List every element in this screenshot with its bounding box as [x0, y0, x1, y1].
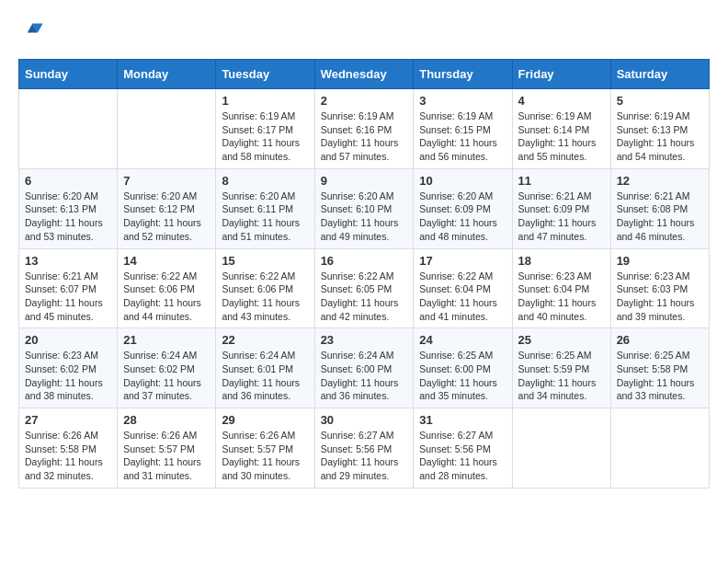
calendar-cell: 28Sunrise: 6:26 AM Sunset: 5:57 PM Dayli… [118, 408, 216, 488]
day-number: 17 [419, 254, 506, 268]
calendar-cell: 26Sunrise: 6:25 AM Sunset: 5:58 PM Dayli… [610, 328, 709, 408]
day-info: Sunrise: 6:25 AM Sunset: 5:59 PM Dayligh… [518, 349, 605, 403]
calendar-week-row: 6Sunrise: 6:20 AM Sunset: 6:13 PM Daylig… [19, 168, 710, 248]
logo [18, 18, 44, 44]
calendar-cell [19, 89, 118, 169]
day-number: 29 [222, 413, 308, 427]
day-number: 18 [518, 254, 605, 268]
day-info: Sunrise: 6:23 AM Sunset: 6:03 PM Dayligh… [617, 270, 703, 324]
day-info: Sunrise: 6:20 AM Sunset: 6:13 PM Dayligh… [25, 190, 111, 244]
calendar-cell: 12Sunrise: 6:21 AM Sunset: 6:08 PM Dayli… [610, 168, 709, 248]
calendar-cell: 19Sunrise: 6:23 AM Sunset: 6:03 PM Dayli… [610, 248, 709, 328]
day-info: Sunrise: 6:19 AM Sunset: 6:17 PM Dayligh… [222, 109, 308, 164]
calendar-cell: 29Sunrise: 6:26 AM Sunset: 5:57 PM Dayli… [216, 408, 314, 488]
day-number: 7 [123, 174, 210, 188]
day-number: 31 [419, 413, 506, 427]
weekday-header-wednesday: Wednesday [314, 60, 414, 89]
calendar-week-row: 13Sunrise: 6:21 AM Sunset: 6:07 PM Dayli… [19, 248, 710, 328]
day-number: 12 [617, 174, 703, 188]
day-number: 1 [222, 94, 308, 108]
day-info: Sunrise: 6:20 AM Sunset: 6:11 PM Dayligh… [222, 190, 308, 244]
day-info: Sunrise: 6:20 AM Sunset: 6:12 PM Dayligh… [123, 190, 210, 244]
day-info: Sunrise: 6:23 AM Sunset: 6:04 PM Dayligh… [518, 270, 605, 324]
day-info: Sunrise: 6:26 AM Sunset: 5:57 PM Dayligh… [123, 429, 210, 483]
weekday-header-friday: Friday [512, 60, 610, 89]
calendar-cell [118, 89, 216, 169]
day-number: 30 [321, 413, 408, 427]
day-info: Sunrise: 6:19 AM Sunset: 6:16 PM Dayligh… [321, 109, 408, 164]
calendar-week-row: 27Sunrise: 6:26 AM Sunset: 5:58 PM Dayli… [19, 408, 710, 488]
weekday-header-sunday: Sunday [19, 60, 118, 89]
calendar-cell: 7Sunrise: 6:20 AM Sunset: 6:12 PM Daylig… [118, 168, 216, 248]
day-number: 15 [222, 254, 308, 268]
weekday-header-tuesday: Tuesday [216, 60, 314, 89]
day-number: 14 [123, 254, 210, 268]
day-info: Sunrise: 6:23 AM Sunset: 6:02 PM Dayligh… [25, 349, 111, 403]
calendar-cell: 11Sunrise: 6:21 AM Sunset: 6:09 PM Dayli… [512, 168, 610, 248]
calendar-cell: 21Sunrise: 6:24 AM Sunset: 6:02 PM Dayli… [118, 328, 216, 408]
day-info: Sunrise: 6:20 AM Sunset: 6:10 PM Dayligh… [321, 190, 408, 244]
day-info: Sunrise: 6:21 AM Sunset: 6:08 PM Dayligh… [617, 190, 703, 244]
day-number: 11 [518, 174, 605, 188]
day-info: Sunrise: 6:24 AM Sunset: 6:02 PM Dayligh… [123, 349, 210, 403]
calendar-cell: 30Sunrise: 6:27 AM Sunset: 5:56 PM Dayli… [314, 408, 414, 488]
calendar-cell: 22Sunrise: 6:24 AM Sunset: 6:01 PM Dayli… [216, 328, 314, 408]
calendar-week-row: 1Sunrise: 6:19 AM Sunset: 6:17 PM Daylig… [19, 89, 710, 169]
day-info: Sunrise: 6:25 AM Sunset: 5:58 PM Dayligh… [617, 349, 703, 403]
calendar-cell [512, 408, 610, 488]
calendar-cell: 20Sunrise: 6:23 AM Sunset: 6:02 PM Dayli… [19, 328, 118, 408]
calendar-week-row: 20Sunrise: 6:23 AM Sunset: 6:02 PM Dayli… [19, 328, 710, 408]
calendar-cell: 1Sunrise: 6:19 AM Sunset: 6:17 PM Daylig… [216, 89, 314, 169]
day-number: 4 [518, 94, 605, 108]
day-info: Sunrise: 6:27 AM Sunset: 5:56 PM Dayligh… [321, 429, 408, 483]
calendar-cell: 4Sunrise: 6:19 AM Sunset: 6:14 PM Daylig… [512, 89, 610, 169]
calendar-cell: 24Sunrise: 6:25 AM Sunset: 6:00 PM Dayli… [414, 328, 512, 408]
day-number: 10 [419, 174, 506, 188]
day-info: Sunrise: 6:25 AM Sunset: 6:00 PM Dayligh… [419, 349, 506, 403]
day-info: Sunrise: 6:27 AM Sunset: 5:56 PM Dayligh… [419, 429, 506, 483]
calendar-cell: 23Sunrise: 6:24 AM Sunset: 6:00 PM Dayli… [314, 328, 414, 408]
day-info: Sunrise: 6:20 AM Sunset: 6:09 PM Dayligh… [419, 190, 506, 244]
calendar-cell: 14Sunrise: 6:22 AM Sunset: 6:06 PM Dayli… [118, 248, 216, 328]
calendar-cell: 5Sunrise: 6:19 AM Sunset: 6:13 PM Daylig… [610, 89, 709, 169]
day-number: 20 [25, 333, 111, 347]
day-info: Sunrise: 6:22 AM Sunset: 6:06 PM Dayligh… [123, 270, 210, 324]
day-info: Sunrise: 6:22 AM Sunset: 6:06 PM Dayligh… [222, 270, 308, 324]
day-info: Sunrise: 6:24 AM Sunset: 6:01 PM Dayligh… [222, 349, 308, 403]
day-number: 21 [123, 333, 210, 347]
calendar-cell: 31Sunrise: 6:27 AM Sunset: 5:56 PM Dayli… [414, 408, 512, 488]
weekday-header-monday: Monday [118, 60, 216, 89]
calendar-cell: 6Sunrise: 6:20 AM Sunset: 6:13 PM Daylig… [19, 168, 118, 248]
calendar-cell: 18Sunrise: 6:23 AM Sunset: 6:04 PM Dayli… [512, 248, 610, 328]
day-number: 5 [617, 94, 703, 108]
calendar-cell: 10Sunrise: 6:20 AM Sunset: 6:09 PM Dayli… [414, 168, 512, 248]
weekday-header-row: SundayMondayTuesdayWednesdayThursdayFrid… [19, 60, 710, 89]
calendar-cell: 2Sunrise: 6:19 AM Sunset: 6:16 PM Daylig… [314, 89, 414, 169]
day-number: 28 [123, 413, 210, 427]
day-number: 2 [321, 94, 408, 108]
day-info: Sunrise: 6:26 AM Sunset: 5:57 PM Dayligh… [222, 429, 308, 483]
calendar-cell: 25Sunrise: 6:25 AM Sunset: 5:59 PM Dayli… [512, 328, 610, 408]
day-number: 16 [321, 254, 408, 268]
day-number: 26 [617, 333, 703, 347]
day-number: 8 [222, 174, 308, 188]
day-number: 24 [419, 333, 506, 347]
day-number: 27 [25, 413, 111, 427]
calendar-cell: 27Sunrise: 6:26 AM Sunset: 5:58 PM Dayli… [19, 408, 118, 488]
day-info: Sunrise: 6:22 AM Sunset: 6:04 PM Dayligh… [419, 270, 506, 324]
calendar-cell: 9Sunrise: 6:20 AM Sunset: 6:10 PM Daylig… [314, 168, 414, 248]
day-number: 22 [222, 333, 308, 347]
day-info: Sunrise: 6:26 AM Sunset: 5:58 PM Dayligh… [25, 429, 111, 483]
day-info: Sunrise: 6:24 AM Sunset: 6:00 PM Dayligh… [321, 349, 408, 403]
day-number: 23 [321, 333, 408, 347]
weekday-header-thursday: Thursday [414, 60, 512, 89]
day-number: 13 [25, 254, 111, 268]
calendar-cell: 17Sunrise: 6:22 AM Sunset: 6:04 PM Dayli… [414, 248, 512, 328]
day-number: 25 [518, 333, 605, 347]
calendar-cell [610, 408, 709, 488]
weekday-header-saturday: Saturday [610, 60, 709, 89]
day-info: Sunrise: 6:19 AM Sunset: 6:13 PM Dayligh… [617, 109, 703, 164]
day-info: Sunrise: 6:22 AM Sunset: 6:05 PM Dayligh… [321, 270, 408, 324]
calendar-cell: 16Sunrise: 6:22 AM Sunset: 6:05 PM Dayli… [314, 248, 414, 328]
day-number: 9 [321, 174, 408, 188]
